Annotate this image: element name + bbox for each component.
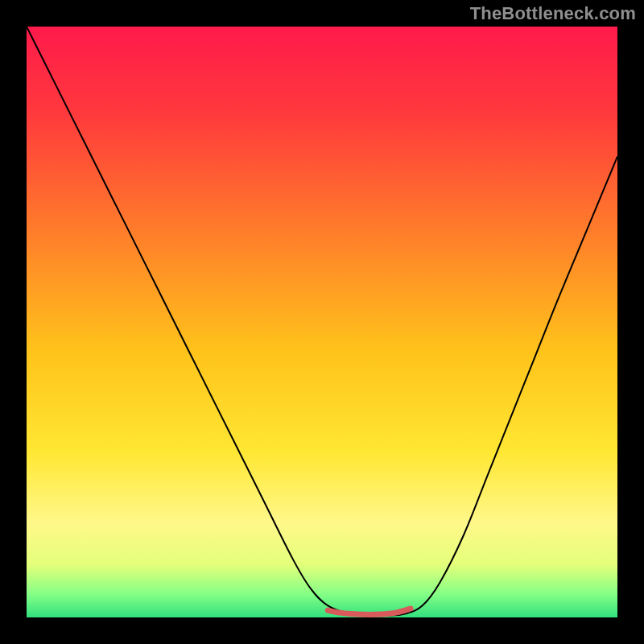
flat-zone-marker [328, 609, 411, 614]
curve-layer [27, 27, 617, 617]
bottleneck-curve [27, 27, 617, 616]
watermark-text: TheBottleneck.com [470, 3, 636, 24]
plot-area [27, 27, 617, 617]
chart-frame: TheBottleneck.com [0, 0, 644, 644]
